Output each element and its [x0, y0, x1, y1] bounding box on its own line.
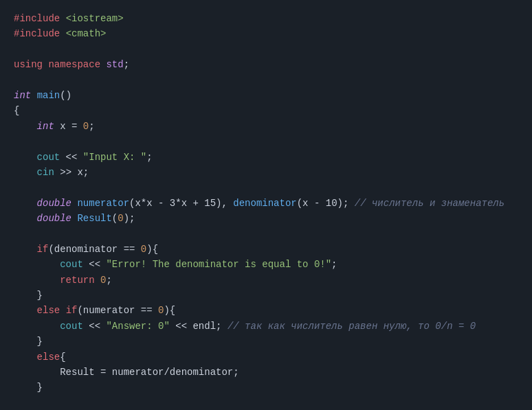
- code-line: [14, 73, 518, 88]
- code-token: ;: [89, 121, 94, 132]
- code-token: <<: [83, 259, 107, 270]
- code-editor: #include <iostream>#include <cmath> usin…: [0, 0, 532, 410]
- code-token: >> x;: [54, 167, 89, 178]
- code-line: cin >> x;: [14, 165, 518, 180]
- code-line: Result = numerator/denominator;: [14, 365, 518, 380]
- code-token: ;: [124, 59, 129, 70]
- code-token: #include: [14, 28, 60, 39]
- code-line: int main(): [14, 88, 518, 103]
- code-token: <<: [60, 152, 83, 163]
- code-token: [60, 28, 65, 39]
- code-token: "Error! The denominator is equal to 0!": [106, 259, 331, 270]
- code-token: (): [60, 90, 71, 101]
- code-token: [14, 275, 60, 286]
- code-line: cout << "Answer: 0" << endl; // так как …: [14, 319, 518, 334]
- code-token: <cmath>: [66, 28, 107, 39]
- code-line: if(denominator == 0){: [14, 242, 518, 257]
- code-token: ;: [146, 152, 152, 163]
- code-token: (x*x - 3*x + 15),: [129, 198, 233, 209]
- code-token: ){: [146, 244, 158, 255]
- code-token: std: [106, 59, 123, 70]
- code-token: numerator: [77, 198, 129, 209]
- code-token: [60, 305, 65, 316]
- code-token: [14, 121, 37, 132]
- code-line: using namespace std;: [14, 57, 518, 72]
- code-token: if: [66, 305, 78, 316]
- code-line: }: [14, 334, 518, 349]
- code-token: int: [14, 90, 31, 101]
- code-line: cout << "Input X: ";: [14, 150, 518, 165]
- code-token: [14, 352, 37, 363]
- code-token: cin: [37, 167, 54, 178]
- code-token: denominator: [233, 198, 296, 209]
- code-token: }: [14, 290, 43, 301]
- code-token: return: [60, 275, 94, 286]
- code-token: int: [37, 121, 54, 132]
- code-line: [14, 42, 518, 57]
- code-line: [14, 134, 518, 149]
- code-token: [14, 305, 37, 316]
- code-token: );: [124, 213, 135, 224]
- code-line: [14, 396, 518, 410]
- code-token: double: [37, 198, 71, 209]
- code-token: (denominator ==: [48, 244, 140, 255]
- code-line: }: [14, 288, 518, 303]
- code-line: else if(numerator == 0){: [14, 303, 518, 318]
- code-token: [31, 90, 36, 101]
- code-token: (x - 10);: [297, 198, 355, 209]
- code-token: namespace: [48, 59, 100, 70]
- code-token: Result: [77, 213, 111, 224]
- code-token: [14, 198, 37, 209]
- code-line: cout << "Error! The denominator is equal…: [14, 257, 518, 272]
- code-token: [14, 244, 37, 255]
- code-token: ){: [164, 305, 175, 316]
- code-token: main: [37, 90, 60, 101]
- code-line: else{: [14, 350, 518, 365]
- code-line: double numerator(x*x - 3*x + 15), denomi…: [14, 196, 518, 211]
- code-token: }: [14, 336, 43, 347]
- code-token: [14, 167, 37, 178]
- code-token: ;: [106, 275, 111, 286]
- code-token: ;: [331, 259, 337, 270]
- code-line: [14, 226, 518, 241]
- code-line: #include <iostream>: [14, 11, 518, 26]
- code-token: }: [14, 382, 43, 393]
- code-line: return 0;: [14, 273, 518, 288]
- code-token: cout: [60, 321, 83, 332]
- code-token: <<: [83, 321, 107, 332]
- code-line: int x = 0;: [14, 119, 518, 134]
- code-token: cout: [37, 152, 60, 163]
- code-token: (: [112, 213, 118, 224]
- code-token: << endl;: [170, 321, 228, 332]
- code-line: #include <cmath>: [14, 26, 518, 41]
- code-line: }: [14, 380, 518, 395]
- code-token: "Answer: 0": [106, 321, 169, 332]
- code-line: double Result(0);: [14, 211, 518, 226]
- code-token: <iostream>: [66, 13, 124, 24]
- code-token: [60, 13, 65, 24]
- code-token: // числитель и знаменатель: [355, 198, 505, 209]
- code-token: cout: [60, 259, 83, 270]
- code-token: (numerator ==: [77, 305, 158, 316]
- code-token: {: [14, 105, 19, 116]
- code-line: {: [14, 103, 518, 118]
- code-token: "Input X: ": [83, 152, 146, 163]
- code-token: Result = numerator/denominator;: [14, 367, 239, 378]
- code-token: [14, 213, 37, 224]
- code-token: // так как числитель равен нулю, то 0/n …: [228, 321, 476, 332]
- code-token: x =: [54, 121, 83, 132]
- code-token: {: [60, 352, 65, 363]
- code-token: [14, 321, 60, 332]
- code-token: double: [37, 213, 71, 224]
- code-token: else: [37, 305, 60, 316]
- code-token: [14, 152, 37, 163]
- code-token: using: [14, 59, 43, 70]
- code-token: 0: [141, 244, 146, 255]
- code-token: #include: [14, 13, 60, 24]
- code-token: [14, 259, 60, 270]
- code-token: [95, 275, 100, 286]
- code-token: 0: [118, 213, 123, 224]
- code-token: 0: [83, 121, 89, 132]
- code-token: else: [37, 352, 60, 363]
- code-token: if: [37, 244, 49, 255]
